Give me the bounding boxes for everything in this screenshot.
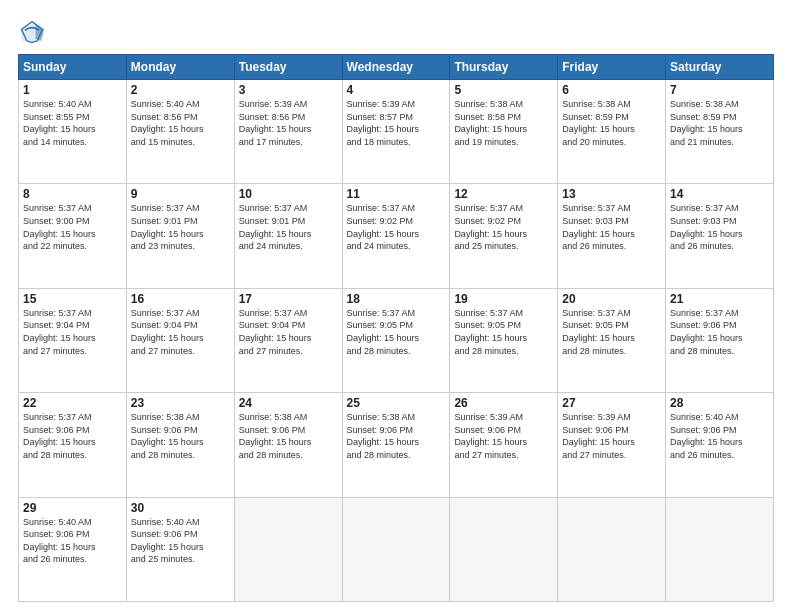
day-info: Sunrise: 5:37 AMSunset: 9:04 PMDaylight:… [131,307,230,357]
day-cell: 11 Sunrise: 5:37 AMSunset: 9:02 PMDaylig… [342,184,450,288]
day-info: Sunrise: 5:40 AMSunset: 9:06 PMDaylight:… [131,516,230,566]
day-cell: 16 Sunrise: 5:37 AMSunset: 9:04 PMDaylig… [126,288,234,392]
header-row: Sunday Monday Tuesday Wednesday Thursday… [19,55,774,80]
day-info: Sunrise: 5:37 AMSunset: 9:04 PMDaylight:… [239,307,338,357]
day-cell: 15 Sunrise: 5:37 AMSunset: 9:04 PMDaylig… [19,288,127,392]
day-info: Sunrise: 5:37 AMSunset: 9:03 PMDaylight:… [562,202,661,252]
day-info: Sunrise: 5:37 AMSunset: 9:05 PMDaylight:… [562,307,661,357]
day-info: Sunrise: 5:37 AMSunset: 9:06 PMDaylight:… [23,411,122,461]
day-cell: 21 Sunrise: 5:37 AMSunset: 9:06 PMDaylig… [666,288,774,392]
day-number: 12 [454,187,553,201]
day-cell [558,497,666,601]
day-number: 14 [670,187,769,201]
day-number: 19 [454,292,553,306]
day-number: 13 [562,187,661,201]
col-tuesday: Tuesday [234,55,342,80]
day-info: Sunrise: 5:38 AMSunset: 9:06 PMDaylight:… [131,411,230,461]
day-cell: 5 Sunrise: 5:38 AMSunset: 8:58 PMDayligh… [450,80,558,184]
day-number: 29 [23,501,122,515]
day-number: 10 [239,187,338,201]
day-info: Sunrise: 5:40 AMSunset: 9:06 PMDaylight:… [670,411,769,461]
day-number: 20 [562,292,661,306]
day-number: 25 [347,396,446,410]
col-saturday: Saturday [666,55,774,80]
day-info: Sunrise: 5:39 AMSunset: 8:56 PMDaylight:… [239,98,338,148]
day-number: 26 [454,396,553,410]
day-cell: 20 Sunrise: 5:37 AMSunset: 9:05 PMDaylig… [558,288,666,392]
col-wednesday: Wednesday [342,55,450,80]
day-cell: 27 Sunrise: 5:39 AMSunset: 9:06 PMDaylig… [558,393,666,497]
page: Sunday Monday Tuesday Wednesday Thursday… [0,0,792,612]
col-thursday: Thursday [450,55,558,80]
day-info: Sunrise: 5:37 AMSunset: 9:02 PMDaylight:… [347,202,446,252]
day-info: Sunrise: 5:37 AMSunset: 9:00 PMDaylight:… [23,202,122,252]
day-cell: 9 Sunrise: 5:37 AMSunset: 9:01 PMDayligh… [126,184,234,288]
day-cell: 23 Sunrise: 5:38 AMSunset: 9:06 PMDaylig… [126,393,234,497]
day-number: 30 [131,501,230,515]
day-cell [342,497,450,601]
day-info: Sunrise: 5:39 AMSunset: 9:06 PMDaylight:… [562,411,661,461]
day-cell: 28 Sunrise: 5:40 AMSunset: 9:06 PMDaylig… [666,393,774,497]
week-row-0: 1 Sunrise: 5:40 AMSunset: 8:55 PMDayligh… [19,80,774,184]
day-info: Sunrise: 5:37 AMSunset: 9:03 PMDaylight:… [670,202,769,252]
day-number: 28 [670,396,769,410]
day-number: 21 [670,292,769,306]
day-cell: 13 Sunrise: 5:37 AMSunset: 9:03 PMDaylig… [558,184,666,288]
day-number: 18 [347,292,446,306]
day-info: Sunrise: 5:37 AMSunset: 9:05 PMDaylight:… [454,307,553,357]
calendar: Sunday Monday Tuesday Wednesday Thursday… [18,54,774,602]
day-number: 15 [23,292,122,306]
week-row-4: 29 Sunrise: 5:40 AMSunset: 9:06 PMDaylig… [19,497,774,601]
day-cell: 3 Sunrise: 5:39 AMSunset: 8:56 PMDayligh… [234,80,342,184]
col-sunday: Sunday [19,55,127,80]
day-number: 27 [562,396,661,410]
day-info: Sunrise: 5:38 AMSunset: 8:59 PMDaylight:… [670,98,769,148]
day-cell [666,497,774,601]
day-cell: 24 Sunrise: 5:38 AMSunset: 9:06 PMDaylig… [234,393,342,497]
day-cell: 29 Sunrise: 5:40 AMSunset: 9:06 PMDaylig… [19,497,127,601]
logo-icon [18,18,46,46]
day-info: Sunrise: 5:38 AMSunset: 8:59 PMDaylight:… [562,98,661,148]
day-number: 1 [23,83,122,97]
day-number: 6 [562,83,661,97]
day-cell [234,497,342,601]
day-cell: 10 Sunrise: 5:37 AMSunset: 9:01 PMDaylig… [234,184,342,288]
day-info: Sunrise: 5:37 AMSunset: 9:01 PMDaylight:… [131,202,230,252]
day-cell: 25 Sunrise: 5:38 AMSunset: 9:06 PMDaylig… [342,393,450,497]
day-info: Sunrise: 5:39 AMSunset: 8:57 PMDaylight:… [347,98,446,148]
day-cell: 1 Sunrise: 5:40 AMSunset: 8:55 PMDayligh… [19,80,127,184]
day-cell: 22 Sunrise: 5:37 AMSunset: 9:06 PMDaylig… [19,393,127,497]
day-cell: 4 Sunrise: 5:39 AMSunset: 8:57 PMDayligh… [342,80,450,184]
day-cell: 12 Sunrise: 5:37 AMSunset: 9:02 PMDaylig… [450,184,558,288]
day-info: Sunrise: 5:37 AMSunset: 9:01 PMDaylight:… [239,202,338,252]
day-info: Sunrise: 5:38 AMSunset: 9:06 PMDaylight:… [347,411,446,461]
day-cell: 18 Sunrise: 5:37 AMSunset: 9:05 PMDaylig… [342,288,450,392]
day-cell: 6 Sunrise: 5:38 AMSunset: 8:59 PMDayligh… [558,80,666,184]
day-info: Sunrise: 5:38 AMSunset: 8:58 PMDaylight:… [454,98,553,148]
day-cell: 7 Sunrise: 5:38 AMSunset: 8:59 PMDayligh… [666,80,774,184]
day-cell: 8 Sunrise: 5:37 AMSunset: 9:00 PMDayligh… [19,184,127,288]
day-number: 24 [239,396,338,410]
week-row-1: 8 Sunrise: 5:37 AMSunset: 9:00 PMDayligh… [19,184,774,288]
day-info: Sunrise: 5:38 AMSunset: 9:06 PMDaylight:… [239,411,338,461]
day-cell: 17 Sunrise: 5:37 AMSunset: 9:04 PMDaylig… [234,288,342,392]
day-info: Sunrise: 5:40 AMSunset: 9:06 PMDaylight:… [23,516,122,566]
day-info: Sunrise: 5:37 AMSunset: 9:04 PMDaylight:… [23,307,122,357]
day-info: Sunrise: 5:40 AMSunset: 8:55 PMDaylight:… [23,98,122,148]
day-info: Sunrise: 5:37 AMSunset: 9:06 PMDaylight:… [670,307,769,357]
day-number: 17 [239,292,338,306]
day-number: 22 [23,396,122,410]
logo [18,18,50,46]
day-number: 16 [131,292,230,306]
day-number: 11 [347,187,446,201]
day-info: Sunrise: 5:39 AMSunset: 9:06 PMDaylight:… [454,411,553,461]
day-number: 4 [347,83,446,97]
col-friday: Friday [558,55,666,80]
day-number: 5 [454,83,553,97]
day-number: 7 [670,83,769,97]
day-info: Sunrise: 5:37 AMSunset: 9:05 PMDaylight:… [347,307,446,357]
day-info: Sunrise: 5:40 AMSunset: 8:56 PMDaylight:… [131,98,230,148]
day-cell: 14 Sunrise: 5:37 AMSunset: 9:03 PMDaylig… [666,184,774,288]
day-number: 2 [131,83,230,97]
day-cell [450,497,558,601]
